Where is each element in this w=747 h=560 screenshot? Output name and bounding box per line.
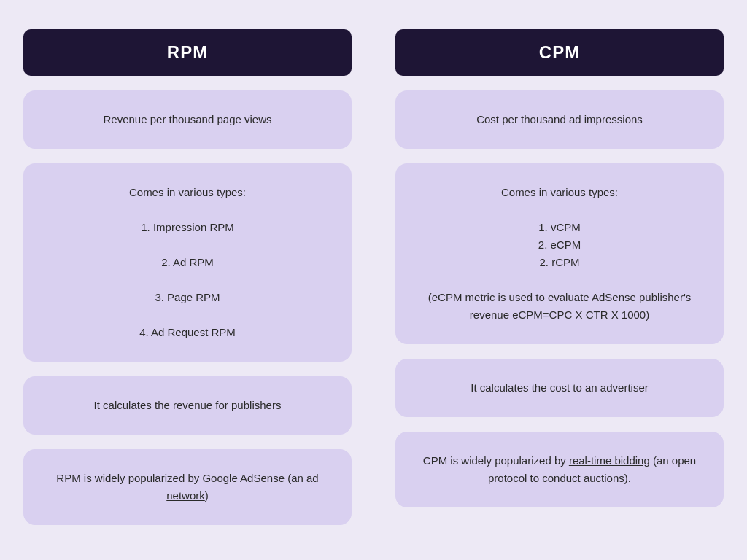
rpm-type-4: 4. Ad Request RPM <box>41 324 334 341</box>
cpm-definition-text: Cost per thousand ad impressions <box>476 113 643 125</box>
rpm-type-2: 2. Ad RPM <box>41 254 334 271</box>
real-time-bidding-link[interactable]: real-time bidding <box>569 454 650 467</box>
rpm-popularity-text: RPM is widely popularized by Google AdSe… <box>56 472 318 502</box>
rpm-types-title: Comes in various types: <box>41 184 334 201</box>
comparison-container: RPM Revenue per thousand page views Come… <box>23 29 724 525</box>
cpm-definition-card: Cost per thousand ad impressions <box>395 90 724 149</box>
rpm-title: RPM <box>167 42 208 62</box>
cpm-types-card: Comes in various types: 1. vCPM 2. eCPM … <box>395 163 724 344</box>
rpm-column: RPM Revenue per thousand page views Come… <box>23 29 352 525</box>
rpm-purpose-text: It calculates the revenue for publishers <box>94 399 282 411</box>
cpm-type-3: 2. rCPM <box>413 254 706 271</box>
cpm-popularity-text: CPM is widely popularized by real-time b… <box>423 454 696 484</box>
rpm-type-1: 1. Impression RPM <box>41 219 334 236</box>
rpm-popularity-card: RPM is widely popularized by Google AdSe… <box>23 449 352 525</box>
cpm-type-2: 2. eCPM <box>413 236 706 254</box>
rpm-header-card: RPM <box>23 29 352 76</box>
rpm-purpose-card: It calculates the revenue for publishers <box>23 376 352 435</box>
cpm-purpose-text: It calculates the cost to an advertiser <box>471 381 648 394</box>
cpm-type-1: 1. vCPM <box>413 219 706 236</box>
cpm-column: CPM Cost per thousand ad impressions Com… <box>395 29 724 525</box>
cpm-ecpm-note: (eCPM metric is used to evaluate AdSense… <box>413 289 706 324</box>
cpm-types-title: Comes in various types: <box>413 184 706 201</box>
cpm-header-card: CPM <box>395 29 724 76</box>
rpm-type-3: 3. Page RPM <box>41 289 334 306</box>
ad-network-link[interactable]: ad network <box>166 472 318 502</box>
rpm-types-card: Comes in various types: 1. Impression RP… <box>23 163 352 362</box>
cpm-title: CPM <box>539 42 580 62</box>
cpm-purpose-card: It calculates the cost to an advertiser <box>395 359 724 417</box>
rpm-definition-card: Revenue per thousand page views <box>23 90 352 149</box>
rpm-definition-text: Revenue per thousand page views <box>104 113 272 125</box>
cpm-popularity-card: CPM is widely popularized by real-time b… <box>395 432 724 508</box>
